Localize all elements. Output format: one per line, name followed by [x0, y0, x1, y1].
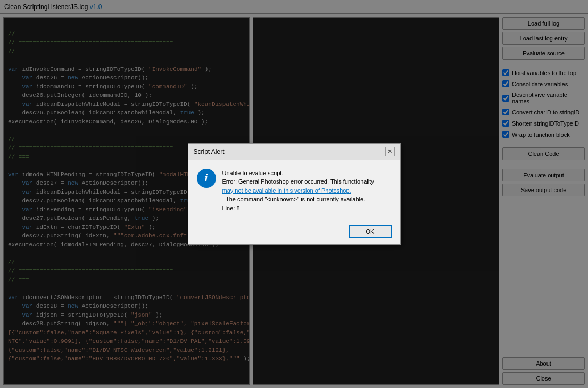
alert-line1: Unable to evalue script. [222, 169, 374, 178]
alert-titlebar: Script Alert ✕ [188, 144, 400, 160]
info-icon: i [197, 169, 216, 188]
alert-line5: Line: 8 [222, 204, 374, 213]
alert-close-button[interactable]: ✕ [385, 147, 395, 156]
ok-button[interactable]: OK [349, 225, 392, 238]
alert-title: Script Alert [194, 148, 225, 155]
script-alert-dialog: Script Alert ✕ i Unable to evalue script… [188, 143, 401, 245]
alert-footer: OK [188, 221, 400, 244]
alert-line3: may not be available in this version of … [222, 186, 374, 195]
alert-body: i Unable to evalue script. Error: Genera… [188, 160, 400, 221]
modal-backdrop: Script Alert ✕ i Unable to evalue script… [0, 0, 588, 388]
alert-message: Unable to evalue script. Error: General … [222, 169, 374, 213]
alert-line4: - The command "<unknown>" is not current… [222, 195, 374, 204]
alert-line2: Error: General Photoshop error occurred.… [222, 177, 374, 186]
